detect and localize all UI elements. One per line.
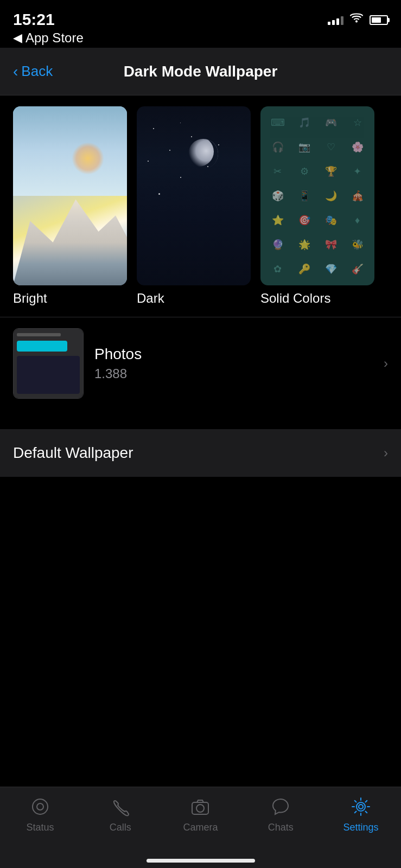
battery-icon [370, 15, 388, 25]
camera-tab-label: Camera [183, 822, 218, 833]
status-time: 15:21 [13, 10, 84, 29]
back-button[interactable]: ‹ Back [13, 63, 100, 80]
wallpaper-dark[interactable]: Dark [137, 106, 251, 306]
calls-tab-label: Calls [110, 822, 131, 833]
back-label: Back [21, 63, 53, 80]
status-tab-icon [28, 795, 52, 819]
chevron-right-icon: › [384, 445, 388, 461]
chats-tab-icon [269, 795, 292, 819]
status-icons [328, 10, 388, 27]
solid-colors-label: Solid Colors [260, 291, 330, 306]
tab-chats[interactable]: Chats [240, 795, 321, 833]
section-divider [0, 410, 401, 429]
default-wallpaper-row[interactable]: Default Wallpaper › [0, 429, 401, 477]
settings-tab-label: Settings [343, 822, 379, 833]
tab-status[interactable]: Status [0, 795, 80, 833]
status-left: 15:21 ◀ App Store [13, 10, 84, 46]
svg-point-2 [37, 803, 43, 810]
status-bar: 15:21 ◀ App Store [0, 0, 401, 48]
svg-point-4 [196, 805, 204, 812]
home-indicator [147, 859, 255, 863]
tab-bar: Status Calls Camera Chats [0, 787, 401, 868]
svg-point-6 [357, 802, 365, 811]
chats-tab-label: Chats [268, 822, 294, 833]
tab-camera[interactable]: Camera [161, 795, 241, 833]
nav-bar: ‹ Back Dark Mode Wallpaper [0, 48, 401, 95]
camera-tab-icon [188, 795, 212, 819]
dark-thumbnail [137, 106, 251, 285]
bright-label: Bright [13, 291, 47, 306]
default-wallpaper-label: Default Wallpaper [13, 444, 133, 462]
chevron-right-icon: › [384, 356, 388, 371]
photos-thumbnail [13, 328, 84, 399]
tab-settings[interactable]: Settings [321, 795, 401, 833]
svg-point-5 [359, 805, 363, 809]
photos-title: Photos [94, 346, 373, 363]
wallpaper-grid: Bright Dark ⌨ [0, 95, 401, 317]
back-arrow-small-icon: ◀ [13, 31, 22, 45]
bright-thumbnail [13, 106, 127, 285]
main-content: Bright Dark ⌨ [0, 95, 401, 802]
page-title: Dark Mode Wallpaper [100, 63, 301, 80]
status-tab-label: Status [26, 822, 54, 833]
solid-thumbnail: ⌨ 🎵 🎮 ☆ 🎧 📷 ♡ 🌸 ✂ ⚙ 🏆 ✦ 🎲 📱 🌙 🎪 [260, 106, 374, 285]
photos-info: Photos 1.388 [94, 346, 373, 381]
svg-point-0 [355, 21, 358, 23]
signal-icon [328, 15, 343, 25]
photos-count: 1.388 [94, 366, 373, 381]
content-spacer [0, 477, 401, 802]
chevron-left-icon: ‹ [13, 63, 18, 80]
settings-tab-icon [349, 795, 373, 819]
photos-row[interactable]: Photos 1.388 › [0, 317, 401, 410]
tab-calls[interactable]: Calls [80, 795, 161, 833]
moon-icon [188, 139, 218, 169]
dark-label: Dark [137, 291, 164, 306]
wallpaper-solid-colors[interactable]: ⌨ 🎵 🎮 ☆ 🎧 📷 ♡ 🌸 ✂ ⚙ 🏆 ✦ 🎲 📱 🌙 🎪 [260, 106, 374, 306]
appstore-label: App Store [26, 30, 84, 46]
svg-point-1 [33, 799, 48, 814]
calls-tab-icon [109, 795, 132, 819]
status-appstore: ◀ App Store [13, 30, 84, 46]
wallpaper-bright[interactable]: Bright [13, 106, 127, 306]
wifi-icon [349, 13, 364, 27]
